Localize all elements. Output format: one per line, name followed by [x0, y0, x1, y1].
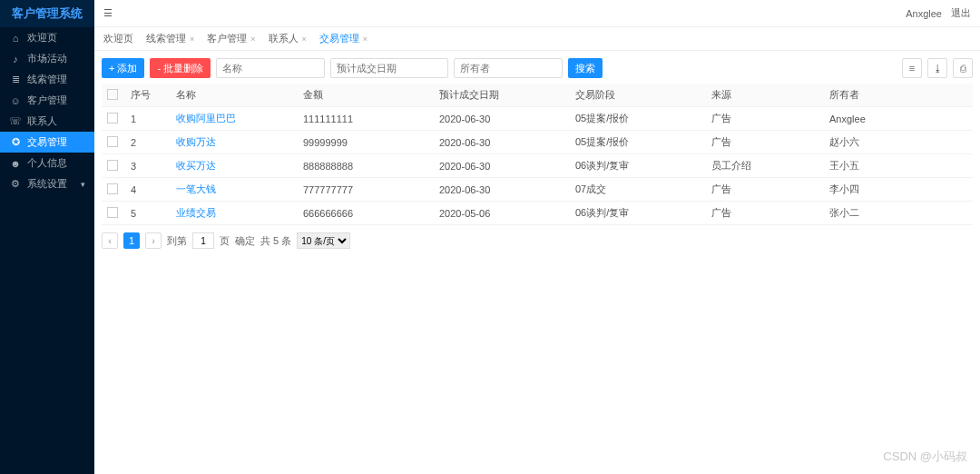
row-checkbox[interactable]	[107, 160, 118, 171]
table-row: 3收买万达8888888882020-06-3006谈判/复审员工介绍王小五	[102, 154, 973, 178]
page-size-select[interactable]: 10 条/页	[297, 232, 350, 249]
table-row: 5业绩交易6666666662020-05-0606谈判/复审广告张小二	[102, 202, 973, 225]
select-all-checkbox[interactable]	[107, 89, 118, 100]
cell-date: 2020-06-30	[434, 154, 570, 178]
tab-label: 欢迎页	[103, 32, 133, 45]
sidebar-item-6[interactable]: ☻个人信息	[0, 153, 94, 173]
row-checkbox[interactable]	[107, 207, 118, 218]
table-row: 1收购阿里巴巴1111111112020-06-3005提案/报价广告Anxgl…	[102, 107, 973, 131]
tab-label: 交易管理	[319, 32, 359, 45]
cell-source: 广告	[706, 131, 824, 154]
goto-label: 到第	[167, 234, 187, 248]
cell-idx: 5	[125, 202, 171, 225]
goto-page-input[interactable]	[192, 232, 214, 249]
cell-idx: 4	[125, 178, 171, 202]
cell-name-link[interactable]: 收买万达	[176, 160, 216, 171]
sidebar-item-label: 个人信息	[27, 156, 67, 170]
add-button[interactable]: + 添加	[102, 58, 144, 78]
hamburger-icon[interactable]: ☰	[103, 7, 118, 19]
row-checkbox[interactable]	[107, 136, 118, 147]
close-icon[interactable]: ×	[190, 35, 194, 44]
table-row: 4一笔大钱7777777772020-06-3007成交广告李小四	[102, 178, 973, 202]
cell-name-link[interactable]: 业绩交易	[176, 207, 216, 218]
bell-icon: ♪	[9, 54, 22, 64]
page-1-button[interactable]: 1	[123, 232, 140, 249]
cell-source: 广告	[706, 202, 824, 225]
row-checkbox[interactable]	[107, 183, 118, 194]
cell-owner: 王小五	[824, 154, 973, 178]
sidebar-item-label: 欢迎页	[27, 31, 57, 44]
brand-title: 客户管理系统	[0, 0, 94, 27]
close-icon[interactable]: ×	[250, 35, 255, 44]
filter-name-input[interactable]	[216, 58, 325, 78]
tab-0[interactable]: 欢迎页	[103, 32, 133, 45]
cell-date: 2020-06-30	[434, 131, 570, 154]
sidebar-item-4[interactable]: ☏联系人	[0, 111, 94, 132]
column-settings-icon[interactable]: ≡	[902, 58, 922, 78]
current-user[interactable]: Anxglee	[906, 8, 942, 19]
topbar: ☰ Anxglee 退出	[94, 0, 980, 27]
sidebar-item-0[interactable]: ⌂欢迎页	[0, 27, 94, 48]
cell-idx: 2	[125, 131, 171, 154]
pagination: ‹ 1 › 到第 页 确定 共 5 条 10 条/页	[102, 232, 973, 249]
cell-owner: 赵小六	[824, 131, 973, 154]
sidebar-item-label: 线索管理	[27, 73, 67, 86]
search-button[interactable]: 搜索	[568, 58, 603, 78]
sidebar-item-2[interactable]: ≣线索管理	[0, 69, 94, 90]
goto-confirm[interactable]: 确定	[235, 234, 255, 248]
sidebar-item-label: 系统设置	[27, 177, 67, 191]
col-date: 预计成交日期	[434, 84, 570, 107]
cell-source: 广告	[706, 178, 824, 202]
toolbar: + 添加 - 批量删除 搜索 ≡ ⭳ ⎙	[102, 58, 973, 78]
cell-owner: Anxglee	[824, 107, 973, 131]
contacts-icon: ☏	[9, 115, 22, 127]
print-icon[interactable]: ⎙	[953, 58, 973, 78]
table-row: 2收购万达999999992020-06-3005提案/报价广告赵小六	[102, 131, 973, 154]
close-icon[interactable]: ×	[302, 35, 307, 44]
user-icon: ☺	[9, 95, 22, 106]
cell-amount: 111111111	[298, 107, 434, 131]
cell-name-link[interactable]: 收购万达	[176, 136, 216, 147]
cell-name-link[interactable]: 一笔大钱	[176, 183, 216, 194]
logout-link[interactable]: 退出	[951, 6, 971, 20]
row-checkbox[interactable]	[107, 113, 118, 123]
tab-1[interactable]: 线索管理×	[146, 32, 194, 45]
col-source: 来源	[706, 84, 824, 107]
batch-delete-button[interactable]: - 批量删除	[150, 58, 211, 78]
home-icon: ⌂	[9, 33, 22, 44]
cell-name-link[interactable]: 收购阿里巴巴	[176, 113, 236, 123]
filter-date-input[interactable]	[330, 58, 448, 78]
nav-menu: ⌂欢迎页♪市场活动≣线索管理☺客户管理☏联系人✪交易管理☻个人信息⚙系统设置▾	[0, 27, 94, 474]
tab-2[interactable]: 客户管理×	[207, 32, 255, 45]
cell-amount: 777777777	[298, 178, 434, 202]
sidebar-item-5[interactable]: ✪交易管理	[0, 132, 94, 153]
tab-3[interactable]: 联系人×	[269, 32, 307, 45]
sidebar-item-label: 联系人	[27, 114, 57, 128]
page-unit: 页	[220, 234, 230, 248]
cell-amount: 666666666	[298, 202, 434, 225]
prev-page-button[interactable]: ‹	[102, 232, 118, 249]
close-icon[interactable]: ×	[363, 35, 368, 44]
cell-owner: 李小四	[824, 178, 973, 202]
sidebar-item-3[interactable]: ☺客户管理	[0, 90, 94, 111]
cell-stage: 06谈判/复审	[570, 202, 706, 225]
tab-label: 线索管理	[146, 32, 186, 45]
sidebar-item-label: 客户管理	[27, 94, 67, 107]
sidebar-item-label: 交易管理	[27, 135, 67, 149]
total-count: 共 5 条	[260, 234, 291, 248]
filter-owner-input[interactable]	[454, 58, 563, 78]
next-page-button[interactable]: ›	[145, 232, 162, 249]
col-name: 名称	[171, 84, 298, 107]
tab-4[interactable]: 交易管理×	[319, 32, 368, 45]
cell-stage: 06谈判/复审	[570, 154, 706, 178]
deal-icon: ✪	[9, 136, 22, 148]
sidebar-item-7[interactable]: ⚙系统设置▾	[0, 173, 94, 194]
sidebar-item-label: 市场活动	[27, 52, 67, 65]
cell-amount: 888888888	[298, 154, 434, 178]
tab-label: 客户管理	[207, 32, 247, 45]
cell-owner: 张小二	[824, 202, 973, 225]
sidebar-item-1[interactable]: ♪市场活动	[0, 48, 94, 69]
export-icon[interactable]: ⭳	[927, 58, 947, 78]
sidebar: 客户管理系统 ⌂欢迎页♪市场活动≣线索管理☺客户管理☏联系人✪交易管理☻个人信息…	[0, 0, 94, 474]
cell-date: 2020-06-30	[434, 107, 570, 131]
